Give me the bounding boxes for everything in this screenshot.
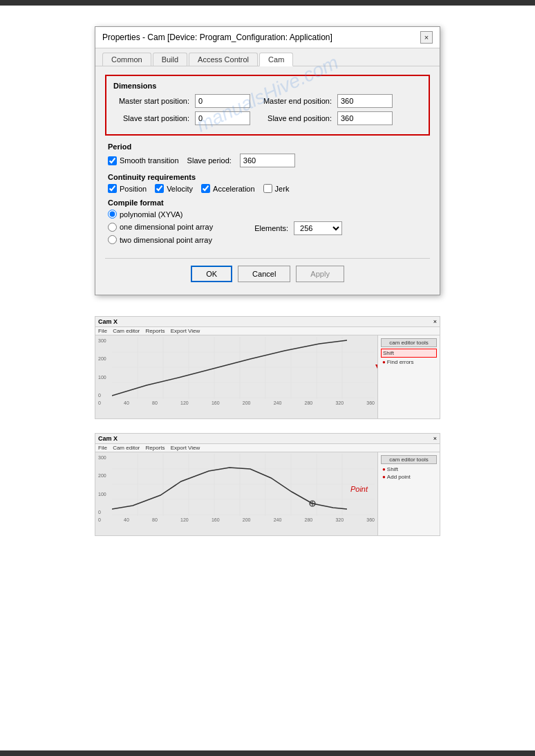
master-start-row: Master start position: Master end positi…	[113, 94, 422, 108]
annotation-container-1: Drag the graph in the direction in which…	[372, 347, 377, 375]
tab-common[interactable]: Common	[102, 53, 151, 66]
slave-end-input[interactable]	[337, 111, 393, 125]
dialog-body: Dimensions Master start position: Master…	[95, 66, 440, 295]
master-start-input[interactable]	[195, 94, 250, 108]
tab-build[interactable]: Build	[153, 53, 187, 66]
screenshot1-toolbar: cam editor tools Shift ● Find errors	[377, 335, 440, 418]
graph-svg-2	[112, 454, 375, 516]
point-label: Point	[350, 485, 368, 493]
menu-file-1[interactable]: File	[98, 328, 107, 334]
menu-reports-1[interactable]: Reports	[145, 328, 165, 334]
dialog-titlebar: Properties - Cam [Device: Program_Config…	[95, 27, 440, 48]
jerk-label-text: Jerk	[275, 185, 290, 193]
elements-label: Elements:	[254, 224, 288, 232]
screenshot1-box: Cam X × File Cam editor Reports Export V…	[95, 316, 440, 419]
screenshot2-graph-area: 300 200 100 0	[95, 452, 377, 535]
screenshot2-menubar: File Cam editor Reports Export View	[95, 444, 440, 452]
menu-export-view-1[interactable]: Export View	[171, 328, 200, 334]
screenshot1-titlebar: Cam X ×	[95, 317, 440, 327]
velocity-checkbox[interactable]	[155, 184, 164, 193]
graph-x-labels-2: 0 40 80 120 160 200 240 280 320 360	[95, 517, 377, 522]
menu-cam-editor-1[interactable]: Cam editor	[113, 328, 140, 334]
screenshot2-title: Cam X	[98, 435, 118, 442]
radio-1d-row: one dimensional point array Elements: 25…	[108, 221, 427, 235]
dialog-buttons: OK Cancel Apply	[105, 258, 430, 286]
jerk-checkbox-label[interactable]: Jerk	[263, 184, 290, 193]
menu-file-2[interactable]: File	[98, 445, 107, 451]
radio-polynomial-text: polynomial (XYVA)	[120, 210, 183, 219]
screenshot2-inner: 300 200 100 0	[95, 452, 440, 535]
graph-y-labels-2: 300 200 100 0	[98, 454, 112, 516]
acceleration-checkbox[interactable]	[201, 184, 210, 193]
screenshot2-toolbar: cam editor tools ● Shift ● Add point	[377, 452, 440, 535]
toolbar-find-errors-1[interactable]: ● Find errors	[381, 358, 437, 366]
apply-button[interactable]: Apply	[296, 266, 344, 282]
radio-polynomial-label[interactable]: polynomial (XYVA)	[108, 210, 427, 219]
elements-row: Elements: 256 512 1024 2048	[254, 221, 342, 235]
radio-1d-label[interactable]: one dimensional point array	[108, 223, 213, 232]
velocity-checkbox-label[interactable]: Velocity	[155, 184, 193, 193]
tab-cam[interactable]: Cam	[259, 53, 293, 66]
screenshot1-inner: 300 200 100 0	[95, 335, 440, 418]
velocity-label-text: Velocity	[167, 185, 193, 193]
period-section: Period Smooth transition Slave period:	[105, 142, 430, 167]
elements-select[interactable]: 256 512 1024 2048	[294, 221, 342, 235]
position-label-text: Position	[120, 185, 147, 193]
tab-access-control[interactable]: Access Control	[189, 53, 258, 66]
slave-period-input[interactable]	[240, 154, 295, 167]
toolbar-label-1: cam editor tools	[381, 338, 437, 347]
radio-1d[interactable]	[108, 223, 117, 232]
menu-reports-2[interactable]: Reports	[145, 445, 165, 451]
toolbar-add-point-2[interactable]: ● Add point	[381, 473, 437, 481]
toolbar-shift-2[interactable]: ● Shift	[381, 465, 437, 473]
radio-2d[interactable]	[108, 235, 117, 244]
close-button[interactable]: ×	[420, 31, 433, 44]
menu-export-view-2[interactable]: Export View	[171, 445, 200, 451]
radio-1d-text: one dimensional point array	[120, 223, 213, 231]
dot-icon-add-2: ●	[382, 474, 386, 480]
graph-x-labels-1: 0 40 80 120 160 200 240 280 320 360	[95, 400, 377, 405]
smooth-transition-label-text: Smooth transition	[120, 156, 179, 165]
top-bar	[0, 0, 535, 6]
arrow-icon-1	[372, 347, 377, 375]
graph-with-labels-1: 300 200 100 0	[98, 337, 375, 399]
screenshot2-box: Cam X × File Cam editor Reports Export V…	[95, 433, 440, 536]
slave-end-label: Slave end position:	[256, 114, 332, 122]
slave-start-label: Slave start position:	[113, 114, 189, 122]
svg-marker-14	[375, 365, 377, 371]
screenshot1-menubar: File Cam editor Reports Export View	[95, 327, 440, 335]
radio-polynomial[interactable]	[108, 210, 117, 219]
screenshot2-close-icon: ×	[433, 435, 437, 442]
menu-cam-editor-2[interactable]: Cam editor	[113, 445, 140, 451]
continuity-label: Continuity requirements	[108, 173, 427, 181]
master-start-label: Master start position:	[113, 97, 189, 105]
smooth-transition-checkbox[interactable]	[108, 156, 117, 165]
bottom-bar	[0, 750, 535, 756]
screenshot2-titlebar: Cam X ×	[95, 434, 440, 444]
slave-start-input[interactable]	[195, 111, 250, 125]
master-end-input[interactable]	[337, 94, 393, 108]
screenshot1-title: Cam X	[98, 318, 118, 325]
position-checkbox-label[interactable]: Position	[108, 184, 147, 193]
acceleration-checkbox-label[interactable]: Acceleration	[201, 184, 255, 193]
annotation-arrow-1	[372, 347, 377, 375]
compile-format-section: Compile format polynomial (XYVA) one dim…	[105, 199, 430, 244]
graph-canvas-1: Drag the graph in the direction in which…	[112, 337, 375, 399]
page-container: Properties - Cam [Device: Program_Config…	[0, 0, 535, 756]
graph-svg-1	[112, 337, 375, 399]
compile-format-label: Compile format	[108, 199, 427, 207]
continuity-section: Continuity requirements Position Velocit…	[105, 173, 430, 193]
graph-with-labels-2: 300 200 100 0	[98, 454, 375, 516]
dialog-tabs: Common Build Access Control Cam	[95, 48, 440, 66]
jerk-checkbox[interactable]	[263, 184, 272, 193]
smooth-transition-checkbox-label[interactable]: Smooth transition	[108, 156, 179, 165]
dialog-window: Properties - Cam [Device: Program_Config…	[95, 26, 440, 295]
dialog-title: Properties - Cam [Device: Program_Config…	[102, 33, 332, 42]
radio-2d-label[interactable]: two dimensional point array	[108, 235, 427, 244]
toolbar-shift-1[interactable]: Shift	[381, 349, 437, 358]
ok-button[interactable]: OK	[191, 266, 232, 282]
position-checkbox[interactable]	[108, 184, 117, 193]
screenshot1-graph-area: 300 200 100 0	[95, 335, 377, 418]
dimensions-group: Dimensions Master start position: Master…	[105, 75, 430, 136]
cancel-button[interactable]: Cancel	[238, 266, 290, 282]
